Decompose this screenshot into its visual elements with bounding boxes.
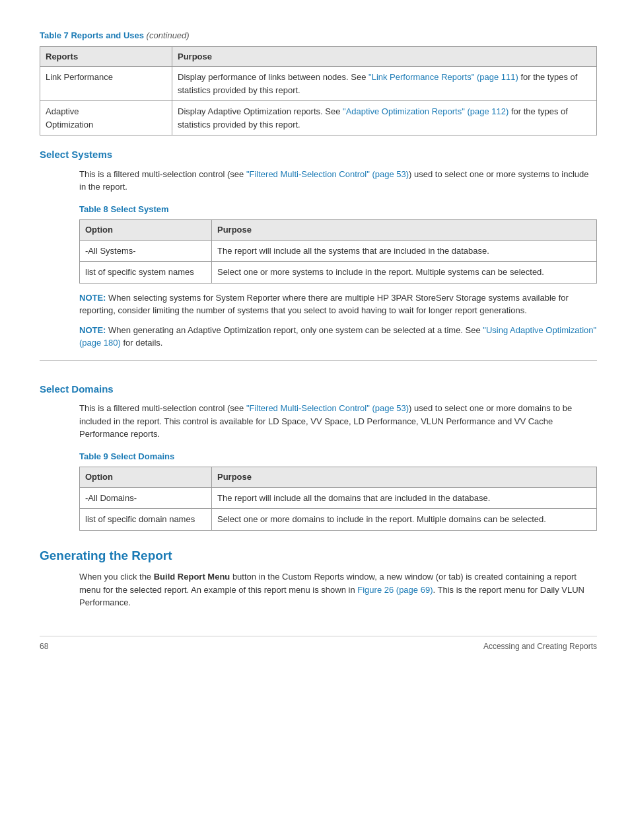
table8-header-option: Option [80,220,212,241]
table8-header-purpose: Purpose [212,220,597,241]
table9-row1-col2: The report will include all the domains … [212,487,597,509]
filtered-multi-selection-link-2[interactable]: "Filtered Multi-Selection Control" (page… [246,403,409,413]
select-systems-section: Select Systems This is a filtered multi-… [40,147,597,350]
table9-row2-col1: list of specific domain names [80,509,212,531]
table-row: Adaptive Optimization Display Adaptive O… [40,101,597,135]
select-domains-section: Select Domains This is a filtered multi-… [40,360,597,531]
table9-header-option: Option [80,467,212,488]
select-systems-heading: Select Systems [40,147,597,163]
generating-body: When you click the Build Report Menu but… [79,570,597,609]
table-row: -All Domains- The report will include al… [80,487,597,509]
table7-header-purpose: Purpose [172,46,597,67]
page-footer: 68 Accessing and Creating Reports [40,636,597,652]
table8-title: Table 8 Select System [79,203,597,216]
generating-section: Generating the Report When you click the… [40,547,597,609]
table7-row1-col2: Display performance of links between nod… [172,67,597,101]
table8: Option Purpose -All Systems- The report … [79,219,597,284]
note2-block: NOTE: When generating an Adaptive Optimi… [79,324,597,350]
footer-page-number: 68 [40,640,48,652]
select-domains-heading: Select Domains [40,382,597,397]
table7-row2-col2: Display Adaptive Optimization reports. S… [172,101,597,135]
table9-title: Table 9 Select Domains [79,450,597,463]
table7-header-reports: Reports [40,46,172,67]
table-row: list of specific system names Select one… [80,262,597,284]
select-domains-body: This is a filtered multi-selection contr… [79,402,597,441]
table9-header-purpose: Purpose [212,467,597,488]
link-performance-link[interactable]: "Link Performance Reports" (page 111) [368,72,518,82]
filtered-multi-selection-link-1[interactable]: "Filtered Multi-Selection Control" (page… [246,169,409,179]
figure26-link[interactable]: Figure 26 (page 69) [357,585,433,595]
table-row: Link Performance Display performance of … [40,67,597,101]
table8-row1-col2: The report will include all the systems … [212,240,597,262]
table7-section: Table 7 Reports and Uses (continued) Rep… [40,29,597,135]
table9-row2-col2: Select one or more domains to include in… [212,509,597,531]
table8-row2-col1: list of specific system names [80,262,212,284]
table8-row2-col2: Select one or more systems to include in… [212,262,597,284]
table7-row2-col1: Adaptive Optimization [40,101,172,135]
adaptive-optimization-link[interactable]: "Adaptive Optimization Reports" (page 11… [343,106,508,116]
table9: Option Purpose -All Domains- The report … [79,467,597,531]
table-row: list of specific domain names Select one… [80,509,597,531]
table7-row1-col1: Link Performance [40,67,172,101]
select-systems-body: This is a filtered multi-selection contr… [79,168,597,194]
table-row: -All Systems- The report will include al… [80,240,597,262]
table7-title: Table 7 Reports and Uses (continued) [40,29,597,42]
table9-row1-col1: -All Domains- [80,487,212,509]
note1-block: NOTE: When selecting systems for System … [79,291,597,317]
generating-heading: Generating the Report [40,547,597,566]
footer-chapter-title: Accessing and Creating Reports [483,640,597,652]
table7: Reports Purpose Link Performance Display… [40,46,597,136]
table8-row1-col1: -All Systems- [80,240,212,262]
